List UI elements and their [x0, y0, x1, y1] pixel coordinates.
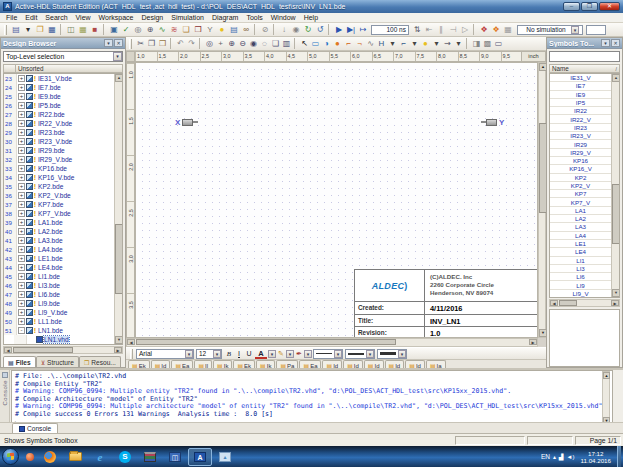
toolbar-icon[interactable]: ▭ — [493, 38, 504, 49]
symbol-item[interactable]: IR22 — [550, 107, 611, 115]
expand-toggle-icon[interactable]: + — [18, 255, 25, 262]
simulation-status-combo[interactable]: No simulation ▾ — [517, 25, 583, 35]
menu-item[interactable]: View — [72, 14, 95, 21]
toolbar-grip[interactable] — [130, 349, 133, 359]
toolbar-icon[interactable]: ¬ — [354, 38, 365, 49]
toolbar-icon[interactable]: ▦ — [502, 24, 514, 35]
menu-item[interactable]: Design — [137, 14, 167, 21]
canvas-vertical-scrollbar[interactable]: ▲ ▼ — [538, 62, 546, 338]
line-end-combo[interactable]: ▾ — [377, 349, 407, 359]
chevron-down-icon[interactable]: ▾ — [366, 350, 374, 358]
symbol-item[interactable]: IR29_V — [550, 149, 611, 157]
expand-toggle-icon[interactable]: + — [18, 120, 25, 127]
tray-expand-icon[interactable]: ▴ — [553, 453, 556, 460]
port-symbol[interactable] — [486, 119, 497, 126]
menu-item[interactable]: Diagram — [208, 14, 242, 21]
toolbar-icon[interactable]: ↶ — [175, 38, 186, 49]
tree-row[interactable]: 26 + IP5.bde — [4, 101, 114, 110]
expand-toggle-icon[interactable]: + — [18, 318, 25, 325]
pen-color-button[interactable]: ✒ — [294, 349, 304, 359]
toolbar-icon[interactable]: ◨ — [471, 38, 482, 49]
toolbar-icon[interactable]: Y — [204, 24, 216, 35]
tree-horizontal-scrollbar[interactable]: ◀ ▶ — [3, 346, 123, 354]
toolbar-grip[interactable] — [4, 25, 7, 35]
toolbar-icon[interactable]: ▤ — [228, 24, 240, 35]
taskbar-item-winrar[interactable] — [138, 448, 162, 466]
toolbar-icon[interactable]: ❏ — [180, 24, 192, 35]
tree-row[interactable]: 25 + IE9.bde — [4, 92, 114, 101]
toolbar-icon[interactable]: ↷ — [186, 38, 197, 49]
scroll-thumb[interactable] — [612, 184, 620, 244]
font-color-button[interactable]: A — [255, 349, 267, 359]
tree-row[interactable]: 27 + IR22.bde — [4, 110, 114, 119]
tree-row[interactable]: 38 + KP7_V.bde — [4, 209, 114, 218]
tree-row[interactable]: 46 + LI3.bde — [4, 281, 114, 290]
browser-tab[interactable]: ❒ Resou... — [79, 356, 121, 367]
port-symbol[interactable] — [182, 119, 193, 126]
tree-row[interactable]: 51 - LN1.bde — [4, 326, 114, 335]
tree-row[interactable]: 39 + LA1.bde — [4, 218, 114, 227]
tree-row[interactable]: 42 + LA4.bde — [4, 245, 114, 254]
toolbar-icon[interactable]: ◉ — [290, 24, 302, 35]
expand-toggle-icon[interactable]: - — [18, 327, 25, 334]
scroll-up-icon[interactable]: ▲ — [115, 74, 123, 82]
maximize-button[interactable]: ❐ — [581, 2, 598, 11]
tree-row[interactable]: 36 + KP2_V.bde — [4, 191, 114, 200]
toolbar-icon[interactable]: H — [376, 38, 387, 49]
expand-toggle-icon[interactable]: + — [18, 228, 25, 235]
simulation-time-input[interactable]: 100 ns — [371, 25, 409, 35]
close-button[interactable]: ✕ — [599, 2, 620, 11]
toolbar-icon[interactable]: ▷ — [459, 24, 471, 35]
symbols-vertical-scrollbar[interactable]: ▲ ▼ — [611, 74, 619, 297]
port-pin[interactable] — [193, 121, 198, 123]
toolbar-icon[interactable] — [273, 24, 276, 35]
symbol-search-input[interactable] — [550, 52, 619, 61]
expand-toggle-icon[interactable]: + — [18, 147, 25, 154]
toolbar-icon[interactable]: ◎ — [204, 38, 215, 49]
toolbar-icon[interactable] — [60, 24, 63, 35]
symbol-item[interactable]: IE31_V — [550, 74, 611, 82]
text-style-button[interactable]: U — [244, 349, 254, 359]
language-indicator[interactable]: EN — [541, 453, 550, 460]
toolbar-icon[interactable]: ∿ — [156, 24, 168, 35]
toolbar-icon[interactable]: ▾ — [431, 38, 442, 49]
tree-row[interactable]: 31 + IR29.bde — [4, 146, 114, 155]
expand-toggle-icon[interactable]: + — [18, 84, 25, 91]
symbol-item[interactable]: LI9_V — [550, 290, 611, 297]
toolbar-icon[interactable]: ⊕ — [144, 24, 156, 35]
toolbar-icon[interactable]: ◑ — [321, 38, 332, 49]
tree-row[interactable]: 48 + LI9.bde — [4, 299, 114, 308]
symbol-item[interactable]: KP2 — [550, 174, 611, 182]
symbol-item[interactable]: LE4 — [550, 248, 611, 256]
taskbar-item-photo[interactable]: ▴ — [213, 448, 237, 466]
symbol-item[interactable]: LI9 — [550, 281, 611, 289]
symbol-item[interactable]: KP16_V — [550, 165, 611, 173]
menu-item[interactable]: Simulation — [167, 14, 208, 21]
expand-toggle-icon[interactable]: + — [18, 111, 25, 118]
file-list-header[interactable]: Unsorted — [3, 64, 123, 73]
symbol-item[interactable]: IP5 — [550, 99, 611, 107]
expand-toggle-icon[interactable]: + — [18, 246, 25, 253]
menu-item[interactable]: Window — [267, 14, 300, 21]
menu-item[interactable]: File — [2, 14, 21, 21]
toolbar-icon[interactable]: ◫ — [65, 24, 77, 35]
line-style-combo[interactable]: ▾ — [313, 349, 343, 359]
toolbar-icon[interactable]: ▦ — [77, 24, 89, 35]
output-port-y[interactable]: Y — [481, 118, 506, 126]
symbol-item[interactable]: LA1 — [550, 207, 611, 215]
toolbar-icon[interactable]: ❐ — [34, 24, 46, 35]
tree-row[interactable]: 49 + LI9_V.bde — [4, 308, 114, 317]
secondary-combo[interactable] — [586, 25, 606, 35]
chevron-down-icon[interactable]: ▾ — [398, 350, 406, 358]
tree-row[interactable]: 43 + LE1.bde — [4, 254, 114, 263]
pin-icon[interactable]: ▾ — [601, 39, 610, 47]
toolbar-icon[interactable]: ⊖ — [237, 38, 248, 49]
symbol-item[interactable]: KP2_V — [550, 182, 611, 190]
toolbar-icon[interactable]: ❒ — [192, 24, 204, 35]
toolbar-icon[interactable] — [170, 38, 173, 49]
sort-column-header[interactable]: Unsorted — [16, 65, 122, 72]
scroll-left-icon[interactable]: ◀ — [550, 300, 558, 306]
tree-row[interactable]: 35 + KP2.bde — [4, 182, 114, 191]
tree-vertical-scrollbar[interactable]: ▲ ▼ — [114, 74, 122, 344]
toolbar-icon[interactable] — [254, 24, 257, 35]
